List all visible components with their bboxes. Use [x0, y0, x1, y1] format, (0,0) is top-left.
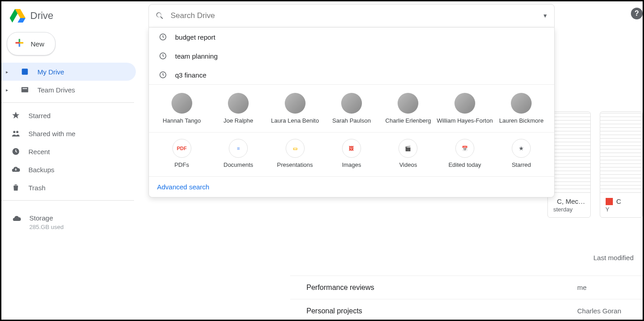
history-icon [159, 71, 167, 79]
person-name: William Hayes-Forton [436, 117, 493, 124]
person-name: Joe Ralphe [210, 117, 266, 124]
person-name: Charlie Erlenberg [380, 117, 436, 124]
file-type-icon [606, 198, 613, 205]
search-person[interactable]: Lauren Bickmore [493, 93, 550, 124]
column-last-modified[interactable]: Last modified [593, 254, 634, 261]
search-person[interactable]: Charlie Erlenberg [380, 93, 436, 124]
search-type-chip[interactable]: ▭Presentations [267, 139, 323, 168]
new-button[interactable]: New [7, 32, 56, 55]
cloud-icon [12, 214, 21, 223]
divider [1, 102, 134, 103]
search-type-chip[interactable]: PDFPDFs [153, 139, 210, 168]
search-person[interactable]: Laura Lena Benito [267, 93, 323, 124]
recent-search-item[interactable]: q3 finance [149, 65, 554, 84]
search-icon [155, 11, 164, 20]
sidebar-item-label: My Drive [37, 68, 64, 76]
sidebar-tree-item[interactable]: ▸Team Drives [1, 81, 136, 99]
sidebar-item[interactable]: Starred [1, 106, 136, 124]
recent-search-label: team planning [175, 52, 218, 60]
app-name: Drive [30, 10, 53, 22]
sidebar-tree-item[interactable]: ▸My Drive [1, 63, 136, 81]
type-icon: ▭ [286, 139, 305, 158]
sidebar-item[interactable]: Recent [1, 142, 136, 160]
avatar [454, 93, 475, 114]
expand-icon[interactable]: ▸ [6, 87, 12, 92]
card-title: C, Mec… [557, 197, 585, 205]
person-name: Sarah Paulson [323, 117, 380, 124]
search-person[interactable]: Hannah Tango [153, 93, 210, 124]
star-icon [11, 111, 20, 120]
quick-access-card[interactable]: CY [600, 111, 643, 218]
card-subtitle: sterday [553, 206, 585, 213]
recent-search-item[interactable]: budget report [149, 28, 554, 46]
search-type-chip[interactable]: ≡Documents [210, 139, 266, 168]
type-icon: PDF [172, 139, 191, 158]
sidebar-item-label: Starred [28, 112, 51, 119]
search-type-chip[interactable]: 🖼Images [323, 139, 380, 168]
sidebar-item-label: Backups [28, 166, 55, 174]
search-bar[interactable]: ▼ [148, 4, 555, 28]
type-icon: 🎬 [398, 139, 417, 158]
svg-rect-3 [22, 69, 28, 74]
recent-search-label: q3 finance [175, 71, 206, 79]
search-dropdown: budget reportteam planningq3 finance Han… [148, 28, 555, 197]
search-type-chip[interactable]: 🎬Videos [380, 139, 436, 168]
help-icon[interactable]: ? [631, 8, 643, 19]
storage-label: Storage [29, 214, 64, 222]
type-icon: 🖼 [342, 139, 361, 158]
type-label: Images [323, 161, 380, 168]
folder-owner: Charles Goran [577, 307, 644, 315]
sidebar-item-label: Team Drives [37, 86, 75, 94]
type-icon: 📅 [455, 139, 474, 158]
sidebar-item[interactable]: Backups [1, 160, 136, 179]
search-type-chip[interactable]: 📅Edited today [436, 139, 493, 168]
expand-icon[interactable]: ▸ [6, 69, 12, 74]
search-person[interactable]: Sarah Paulson [323, 93, 380, 124]
search-person[interactable]: William Hayes-Forton [436, 93, 493, 124]
new-button-label: New [31, 40, 44, 48]
drive-icon [20, 85, 29, 94]
sidebar-item-label: Trash [28, 184, 46, 192]
search-type-chip[interactable]: ★Starred [493, 139, 550, 168]
search-input[interactable] [171, 11, 536, 20]
clock-icon [11, 147, 20, 156]
person-name: Hannah Tango [153, 117, 210, 124]
recent-search-item[interactable]: team planning [149, 46, 554, 65]
people-icon [11, 129, 20, 138]
folder-row[interactable]: Personal projectsCharles Goran4:03 PM Ch… [290, 299, 643, 321]
sidebar-item[interactable]: Trash [1, 179, 136, 197]
search-person[interactable]: Joe Ralphe [210, 93, 266, 124]
type-label: Videos [380, 161, 436, 168]
drive-icon [20, 67, 29, 76]
avatar [511, 93, 532, 114]
avatar [341, 93, 362, 114]
svg-point-7 [16, 131, 19, 133]
person-name: Laura Lena Benito [267, 117, 323, 124]
trash-icon [11, 183, 20, 192]
advanced-search-link[interactable]: Advanced search [149, 176, 554, 197]
storage-used: 285.GB used [29, 224, 64, 230]
app-logo[interactable]: Drive [9, 7, 148, 25]
person-name: Lauren Bickmore [493, 117, 550, 124]
type-label: Presentations [267, 161, 323, 168]
card-thumbnail [600, 112, 643, 193]
divider [1, 200, 134, 201]
search-options-caret[interactable]: ▼ [542, 13, 548, 19]
card-title: C [616, 197, 621, 205]
type-label: PDFs [153, 161, 210, 168]
sidebar: New ▸My Drive▸Team Drives StarredShared … [1, 30, 141, 320]
history-icon [159, 52, 167, 60]
sidebar-item[interactable]: Shared with me [1, 124, 136, 142]
type-icon: ★ [512, 139, 531, 158]
storage-info[interactable]: Storage 285.GB used [1, 204, 141, 240]
backup-icon [11, 165, 20, 174]
folder-name: Performance reviews [306, 284, 577, 292]
type-label: Starred [493, 161, 550, 168]
card-subtitle: Y [606, 206, 637, 213]
folder-row[interactable]: Performance reviewsme4:15 PM me [290, 275, 643, 299]
avatar [171, 93, 192, 114]
sidebar-item-label: Shared with me [28, 130, 75, 138]
avatar [228, 93, 249, 114]
folder-name: Personal projects [306, 307, 577, 315]
drive-logo-icon [9, 7, 27, 25]
